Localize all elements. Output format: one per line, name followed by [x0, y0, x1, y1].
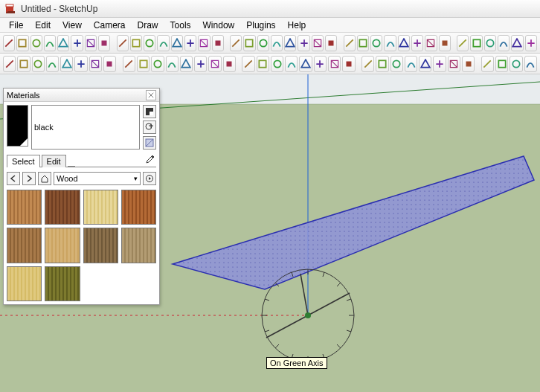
menu-file[interactable]: File [3, 19, 29, 32]
tool-offset[interactable] [171, 35, 183, 51]
tool-top[interactable] [384, 35, 396, 51]
menu-help[interactable]: Help [282, 19, 312, 32]
materials-tab-select[interactable]: Select [7, 155, 40, 167]
tool-pan[interactable] [284, 35, 296, 51]
materials-panel[interactable]: Materials Select E [3, 88, 160, 305]
tool-cylinder[interactable] [285, 56, 298, 72]
tool-protractor[interactable] [198, 35, 210, 51]
material-swatch-wood-9[interactable] [7, 266, 42, 301]
tool-plugin-6[interactable] [481, 56, 494, 72]
menu-view[interactable]: View [57, 19, 88, 32]
tool-3d-text[interactable] [511, 35, 523, 51]
tool-plugin-7[interactable] [495, 56, 508, 72]
materials-nav-home-button[interactable] [38, 172, 51, 185]
menu-tools[interactable]: Tools [164, 19, 197, 32]
tool-right[interactable] [411, 35, 423, 51]
tool-scenes[interactable] [89, 56, 102, 72]
default-material-button[interactable] [143, 136, 156, 150]
tool-zoom-window[interactable] [325, 35, 337, 51]
materials-details-button[interactable] [143, 172, 156, 185]
tool-dome[interactable] [376, 56, 388, 72]
tool-model[interactable] [46, 56, 59, 72]
tool-eraser[interactable] [16, 35, 28, 51]
tool-plugin-8[interactable] [510, 56, 522, 72]
tool-left[interactable] [439, 35, 451, 51]
tool-shadows[interactable] [457, 35, 469, 51]
create-material-button[interactable] [143, 121, 156, 134]
tool-scale[interactable] [157, 35, 169, 51]
tool-tape[interactable] [184, 35, 196, 51]
materials-nav-forward-button[interactable] [22, 172, 36, 185]
tool-entity[interactable] [32, 56, 45, 72]
tool-styles[interactable] [74, 56, 87, 72]
tool-arc[interactable] [44, 35, 56, 51]
materials-tab-edit[interactable]: Edit [42, 155, 66, 167]
tool-move[interactable] [130, 35, 142, 51]
tool-tube[interactable] [361, 56, 374, 72]
tool-rotate[interactable] [144, 35, 155, 51]
tool-line[interactable] [30, 35, 42, 51]
tool-front[interactable] [398, 35, 410, 51]
tool-xray[interactable] [470, 35, 482, 51]
tool-plugin-3[interactable] [433, 56, 446, 72]
material-swatch-wood-7[interactable] [83, 228, 118, 263]
tool-color[interactable] [123, 56, 135, 72]
material-swatch-wood-2[interactable] [45, 190, 80, 225]
tool-add-loc[interactable] [525, 35, 537, 51]
tool-back[interactable] [425, 35, 437, 51]
tool-freehand[interactable] [98, 35, 110, 51]
material-swatch-wood-8[interactable] [121, 228, 156, 263]
menu-window[interactable]: Window [197, 19, 241, 32]
tool-previous[interactable] [344, 35, 356, 51]
menu-draw[interactable]: Draw [132, 19, 164, 32]
sample-paint-button[interactable] [143, 153, 156, 167]
tool-rectangle[interactable] [57, 35, 69, 51]
tool-layer[interactable] [3, 56, 16, 72]
tool-solid-split[interactable] [242, 56, 254, 72]
tool-zoom[interactable] [298, 35, 309, 51]
material-swatch-wood-1[interactable] [7, 190, 42, 225]
materials-library-select[interactable]: Wood ▾ [54, 172, 141, 185]
tool-plugin-1[interactable] [405, 56, 417, 72]
tool-axes[interactable] [243, 35, 255, 51]
tool-outliner[interactable] [17, 56, 30, 72]
tool-iso[interactable] [370, 35, 382, 51]
tool-components[interactable] [60, 56, 73, 72]
tool-prism[interactable] [342, 56, 355, 72]
tool-pyramid[interactable] [390, 56, 403, 72]
tool-zoom-extents[interactable] [312, 35, 324, 51]
tool-sandbox-smoove[interactable] [180, 56, 193, 72]
tool-dimension[interactable] [212, 35, 224, 51]
tool-solid-subtract[interactable] [208, 56, 221, 72]
tool-solid-intersect[interactable] [223, 56, 236, 72]
tool-torus[interactable] [328, 56, 341, 72]
material-swatch-wood-5[interactable] [7, 228, 42, 263]
materials-panel-header[interactable]: Materials [4, 89, 159, 102]
material-swatch-wood-3[interactable] [83, 190, 118, 225]
tool-sandbox-stamp[interactable] [151, 56, 164, 72]
tool-sphere[interactable] [314, 56, 327, 72]
tool-solid-trim[interactable] [257, 56, 269, 72]
tool-section[interactable] [257, 35, 269, 51]
tool-plugin-5[interactable] [462, 56, 475, 72]
tool-shaded[interactable] [484, 35, 496, 51]
display-secondary-button[interactable] [143, 105, 156, 118]
tool-circle[interactable] [71, 35, 83, 51]
tool-box[interactable] [271, 56, 283, 72]
panel-close-button[interactable] [146, 90, 156, 100]
materials-nav-back-button[interactable] [7, 172, 20, 185]
tool-cone[interactable] [299, 56, 312, 72]
tool-orbit[interactable] [271, 35, 283, 51]
menu-edit[interactable]: Edit [29, 19, 57, 32]
material-name-input[interactable] [31, 105, 140, 150]
tool-materials[interactable] [103, 56, 116, 72]
tool-sandbox-drape[interactable] [166, 56, 179, 72]
tool-next[interactable] [357, 35, 369, 51]
menu-plugins[interactable]: Plugins [240, 19, 281, 32]
material-swatch-wood-10[interactable] [45, 266, 80, 301]
material-preview-swatch[interactable] [7, 105, 28, 147]
tool-text[interactable] [230, 35, 242, 51]
tool-sandbox-grid[interactable] [137, 56, 150, 72]
tool-push-pull[interactable] [117, 35, 129, 51]
tool-paint[interactable] [498, 35, 510, 51]
